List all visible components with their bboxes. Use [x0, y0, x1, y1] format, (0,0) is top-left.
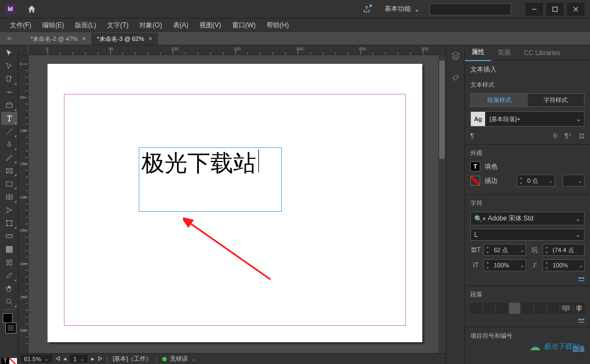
page-viewport[interactable]: 极光下载站	[28, 55, 446, 364]
align-toward-spine-button[interactable]	[560, 303, 572, 314]
font-weight-dropdown[interactable]: L⌄	[470, 229, 585, 241]
paragraph-title: 段落	[470, 290, 585, 299]
menu-table[interactable]: 表(A)	[168, 19, 194, 32]
ruler-vertical[interactable]: 050100150200250300350400	[19, 55, 28, 364]
type-tool[interactable]	[1, 112, 17, 125]
pilcrow-icon[interactable]: ¶	[470, 132, 474, 140]
page-last-icon[interactable]: ᐅ	[98, 355, 102, 362]
new-style-icon[interactable]: ⎘	[553, 132, 557, 140]
share-button[interactable]	[358, 2, 375, 17]
more-options-link[interactable]: •••	[578, 316, 585, 323]
horizontal-scale-field[interactable]: ▴▾100%⌄	[542, 259, 585, 271]
search-input[interactable]	[429, 3, 511, 15]
menu-view[interactable]: 视图(V)	[194, 19, 227, 32]
clear-override-icon[interactable]: ¶⁺	[565, 132, 571, 140]
fill-swatch[interactable]: T	[470, 162, 480, 171]
menubar: 文件(F) 编辑(E) 版面(L) 文字(T) 对象(O) 表(A) 视图(V)…	[0, 18, 590, 32]
home-button[interactable]	[23, 2, 40, 17]
page-field[interactable]: 1 ⌄	[70, 355, 88, 363]
line-tool[interactable]	[1, 125, 17, 138]
table-tool[interactable]	[1, 190, 17, 204]
tab-pages[interactable]: 页面	[491, 45, 517, 61]
vscale-icon: IT	[470, 261, 481, 269]
page-next-icon[interactable]: ▸	[91, 355, 95, 362]
font-size-field[interactable]: ▴▾62 点⌄	[483, 244, 526, 256]
menu-edit[interactable]: 编辑(E)	[37, 19, 69, 32]
character-styles-tab[interactable]: 字符样式	[528, 94, 585, 106]
links-panel-icon[interactable]	[451, 73, 461, 85]
justify-all-button[interactable]	[547, 303, 559, 314]
vertical-scrollbar[interactable]	[438, 55, 446, 364]
rectangle-frame-tool[interactable]	[1, 164, 17, 177]
ruler-horizontal[interactable]: 050100150200250300	[19, 45, 446, 55]
maximize-button[interactable]	[546, 3, 564, 16]
document-tab[interactable]: *未命名-3 @ 62% ×	[91, 33, 157, 45]
page-prev-icon[interactable]: ᐊ	[56, 355, 60, 362]
fill-stroke-swatch[interactable]	[2, 313, 17, 333]
menu-file[interactable]: 文件(F)	[4, 19, 37, 32]
free-transform-tool[interactable]	[1, 217, 17, 230]
gradient-feather-tool[interactable]	[1, 243, 17, 256]
workspace-selector[interactable]: 基本功能 ⌄	[380, 2, 424, 16]
more-options-link[interactable]: •••	[578, 275, 585, 281]
preflight-label[interactable]: 无错误	[170, 355, 188, 363]
scissors-tool[interactable]	[1, 204, 17, 217]
selection-tool[interactable]	[1, 46, 17, 59]
justify-right-button[interactable]	[535, 303, 546, 314]
leading-field[interactable]: ▴▾(74.4 点	[542, 244, 585, 256]
document-tab[interactable]: *未命名-2 @ 47% ×	[25, 33, 91, 45]
align-away-spine-button[interactable]	[574, 303, 585, 314]
document-tabbar: » *未命名-2 @ 47% × *未命名-3 @ 62% ×	[0, 32, 590, 45]
panel-dock-strip	[446, 45, 464, 364]
rectangle-tool[interactable]	[1, 177, 17, 190]
gap-tool[interactable]	[1, 86, 17, 99]
page-tool[interactable]	[1, 73, 17, 86]
pencil-tool[interactable]	[1, 151, 17, 164]
direct-selection-tool[interactable]	[1, 59, 17, 73]
page-first-icon[interactable]: ◂	[63, 355, 67, 362]
gradient-swatch-tool[interactable]	[1, 230, 17, 243]
titlebar: Id 基本功能 ⌄	[0, 0, 590, 18]
note-tool[interactable]	[1, 256, 17, 269]
tab-close-icon[interactable]: ×	[149, 35, 152, 43]
font-family-dropdown[interactable]: 🔍▾ Adobe 宋体 Std⌄	[470, 212, 585, 225]
vertical-scale-field[interactable]: ▴▾100%⌄	[483, 259, 526, 271]
options-link[interactable]: 选项	[573, 344, 585, 353]
menu-window[interactable]: 窗口(W)	[227, 19, 261, 32]
menu-help[interactable]: 帮助(H)	[261, 19, 294, 32]
stroke-weight-field[interactable]: ▴▾ 0 点 ⌄	[517, 175, 555, 187]
menu-type[interactable]: 文字(T)	[102, 19, 134, 32]
apply-none-icon[interactable]	[9, 358, 17, 364]
layers-panel-icon[interactable]	[451, 51, 461, 63]
zoom-tool[interactable]	[1, 295, 17, 308]
apply-color-icon[interactable]: T	[2, 358, 9, 364]
svg-point-11	[11, 220, 12, 221]
leading-icon: 坃	[529, 246, 540, 255]
justify-center-button[interactable]	[522, 303, 533, 314]
zoom-field[interactable]: 61.5% ⌄	[21, 355, 52, 363]
content-collector-tool[interactable]	[1, 99, 17, 112]
fill-label: 填色	[485, 162, 498, 171]
options-icon[interactable]: ⊡	[579, 132, 585, 140]
text-frame[interactable]: 极光下载站	[139, 147, 282, 212]
toolbar-toggle[interactable]: »	[0, 32, 19, 45]
justify-left-button[interactable]	[509, 303, 521, 314]
hand-tool[interactable]	[1, 282, 17, 295]
paragraph-styles-tab[interactable]: 段落样式	[471, 94, 528, 106]
align-left-button[interactable]	[470, 303, 482, 314]
align-right-button[interactable]	[496, 303, 508, 314]
menu-layout[interactable]: 版面(L)	[69, 19, 102, 32]
pen-tool[interactable]	[1, 138, 17, 151]
stroke-swatch[interactable]	[470, 176, 480, 186]
menu-object[interactable]: 对象(O)	[134, 19, 167, 32]
eyedropper-tool[interactable]	[1, 269, 17, 282]
stroke-type-field[interactable]: ⌄	[563, 175, 585, 187]
tab-properties[interactable]: 属性	[465, 45, 491, 61]
paragraph-style-dropdown[interactable]: Ag [基本段落]+ ⌄	[470, 111, 585, 127]
layer-status[interactable]: [基本]（工作）	[113, 355, 152, 363]
tab-close-icon[interactable]: ×	[82, 35, 86, 43]
align-center-button[interactable]	[483, 303, 495, 314]
close-button[interactable]	[567, 3, 585, 16]
tab-cc-libraries[interactable]: CC Libraries	[517, 46, 567, 60]
minimize-button[interactable]	[526, 3, 543, 16]
